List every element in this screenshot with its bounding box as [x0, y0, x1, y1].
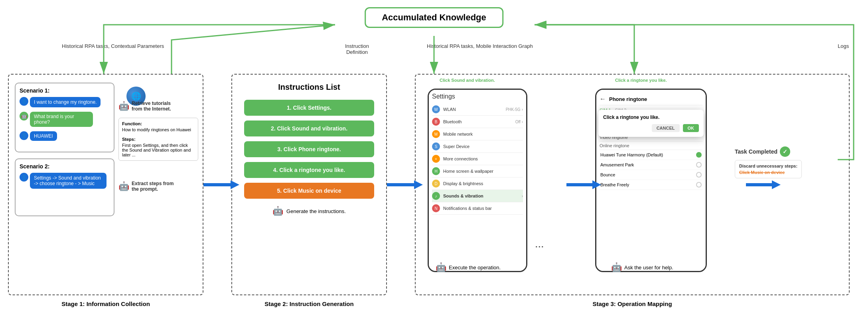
stage3-label: Stage 3: Operation Mapping	[592, 300, 672, 307]
instr-btn-3[interactable]: 3. Click Phone ringtone.	[244, 141, 374, 157]
radio-amusement	[696, 162, 702, 168]
phone1-screen: Settings W WLAN PHK-5G › B Bluetooth Off…	[429, 90, 526, 271]
discard-title: Discard unnecessary steps:	[739, 164, 797, 168]
stage1-box: Stage 1: Information Collection Scenario…	[8, 74, 203, 295]
display-text: Display & brightness	[443, 181, 523, 186]
more-icon: +	[432, 155, 440, 163]
robot2-icon: 🤖	[118, 181, 129, 192]
execute-robot: 🤖 Execute the operation.	[436, 262, 501, 273]
home-text: Home screen & wallpaper	[443, 169, 523, 174]
chat-row-1: 👤 I want to change my ringtone.	[20, 97, 110, 110]
bot-icon-1: 🤖	[20, 112, 28, 120]
notif-text: Notifications & status bar	[443, 206, 523, 211]
function-text: How to modify ringtones on Huawei	[122, 127, 195, 132]
steps-title: Steps:	[122, 137, 195, 142]
scenario2-title: Scenario 2:	[20, 163, 110, 170]
settings-item-wlan[interactable]: W WLAN PHK-5G ›	[432, 103, 523, 116]
ask-user-robot: 🤖 Ask the user for help.	[611, 262, 673, 273]
logs-label: Logs	[838, 43, 849, 49]
radio-huawei	[696, 152, 702, 158]
home-icon: H	[432, 167, 440, 175]
option-bounce[interactable]: Bounce	[600, 170, 702, 180]
chat-row-s2: 👤 Settings -> Sound and vibration -> cho…	[20, 173, 110, 191]
instructions-list: Instructions List 1. Click Settings. 2. …	[232, 75, 386, 224]
robot2-box: 🤖 Extract steps fromthe prompt.	[118, 181, 198, 192]
phone2-title: Phone ringtone	[609, 96, 647, 102]
steps-text: First open Settings, and then click the …	[122, 143, 195, 157]
chat-bubble-s2: Settings -> Sound and vibration -> choos…	[30, 173, 107, 189]
settings-item-display[interactable]: D Display & brightness	[432, 178, 523, 190]
stage2-label: Stage 2: Instruction Generation	[264, 300, 353, 307]
task-box: Task Completed ✓ Discard unnecessary ste…	[735, 146, 802, 178]
settings-item-more[interactable]: + More connections	[432, 153, 523, 165]
scenario1-box: Scenario 1: 👤 I want to change my ringto…	[15, 83, 114, 152]
sound-text: Sounds & vibration	[443, 194, 519, 198]
stage3-box: Stage 3: Operation Mapping Click Sound a…	[415, 74, 850, 295]
bt-text: Bluetooth	[443, 119, 512, 124]
callout-phone2: Click a ringtone you like.	[615, 78, 667, 83]
more-text: More connections	[443, 156, 523, 161]
scenario1-title: Scenario 1:	[20, 87, 110, 94]
super-text: Super Device	[443, 144, 523, 149]
mobile-text: Mobile network	[443, 132, 523, 136]
instr-btn-4[interactable]: 4. Click a ringtone you like.	[244, 162, 374, 178]
instr-btn-5[interactable]: 5. Click Music on device	[244, 183, 374, 199]
online-row: Online ringtone	[600, 142, 702, 150]
phone2-header: ← Phone ringtone	[600, 93, 702, 105]
settings-item-notif[interactable]: N Notifications & status bar	[432, 202, 523, 215]
notif-icon: N	[432, 204, 440, 212]
radio-breathe	[696, 182, 702, 188]
scenario2-box: Scenario 2: 👤 Settings -> Sound and vibr…	[15, 158, 114, 216]
settings-item-home[interactable]: H Home screen & wallpaper	[432, 165, 523, 178]
phone2-screen: ← Phone ringtone SIM 1 SIM 2 Vibration N…	[596, 90, 706, 271]
execute-robot-label: Execute the operation.	[449, 265, 501, 271]
option-huawei[interactable]: Huawei Tune Harmony (Default)	[600, 150, 702, 160]
dialog-buttons: CANCEL OK	[603, 124, 699, 132]
robot1-area: 🤖 Retrieve tutorialsfrom the Internet.	[118, 101, 198, 112]
settings-item-bluetooth[interactable]: B Bluetooth Off ›	[432, 116, 523, 128]
user-icon-2: 👤	[20, 131, 28, 140]
phone2-mockup: ← Phone ringtone SIM 1 SIM 2 Vibration N…	[595, 89, 707, 272]
task-completed: Task Completed ✓	[735, 146, 802, 157]
ask-user-robot-icon: 🤖	[611, 262, 622, 273]
option-breathe[interactable]: Breathe Freely	[600, 180, 702, 190]
ellipsis-dots: ···	[535, 242, 544, 251]
function-title: Function:	[122, 121, 195, 126]
phone1-mockup: Settings W WLAN PHK-5G › B Bluetooth Off…	[428, 89, 527, 272]
dialog-title: Click a ringtone you like.	[603, 115, 699, 120]
user-icon-1: 👤	[20, 97, 28, 106]
settings-item-super[interactable]: S Super Device	[432, 140, 523, 153]
chat-row-2: 🤖 What brand is your phone?	[20, 112, 110, 129]
instr-btn-1[interactable]: 1. Click Settings.	[244, 100, 374, 116]
chat-bubble-1: I want to change my ringtone.	[30, 97, 101, 107]
chat-row-3: 👤 HUAWEI	[20, 131, 110, 141]
stage1-label: Stage 1: Information Collection	[61, 300, 150, 307]
instr-btn-2[interactable]: 2. Click Sound and vibration.	[244, 120, 374, 136]
discard-box: Discard unnecessary steps: Click Music o…	[735, 160, 802, 178]
generate-robot: 🤖 Generate the instructions.	[244, 206, 374, 216]
discard-step: Click Music on device	[739, 170, 797, 175]
settings-item-sound[interactable]: ♪ Sounds & vibration ›	[432, 190, 523, 202]
back-arrow-icon[interactable]: ←	[600, 95, 606, 103]
historical-right-label: Historical RPA tasks, Mobile Interaction…	[427, 43, 533, 49]
robot1-label: Retrieve tutorialsfrom the Internet.	[132, 101, 171, 112]
task-completed-text: Task Completed	[735, 148, 777, 155]
robot2-area: 🤖 Extract steps fromthe prompt.	[118, 181, 198, 192]
phone1-title: Settings	[432, 93, 523, 100]
bt-icon: B	[432, 118, 440, 126]
option-amusement[interactable]: Amusement Park	[600, 160, 702, 170]
user-icon-s2: 👤	[20, 173, 28, 182]
wlan-icon: W	[432, 105, 440, 113]
check-icon: ✓	[780, 146, 790, 157]
historical-left-label: Historical RPA tasks, Contextual Paramet…	[62, 43, 164, 49]
dialog-ok-btn[interactable]: OK	[683, 124, 699, 132]
dialog-cancel-btn[interactable]: CANCEL	[652, 124, 680, 132]
instructions-title: Instructions List	[244, 83, 374, 92]
settings-item-mobile[interactable]: M Mobile network	[432, 128, 523, 140]
wlan-text: WLAN	[443, 107, 503, 112]
accumulated-knowledge-title: Accumulated Knowledge	[365, 7, 503, 28]
radio-bounce	[696, 172, 702, 178]
gen-robot-icon: 🤖	[272, 206, 283, 216]
dialog-box: Click a ringtone you like. CANCEL OK	[598, 110, 704, 137]
sound-icon: ♪	[432, 192, 440, 200]
